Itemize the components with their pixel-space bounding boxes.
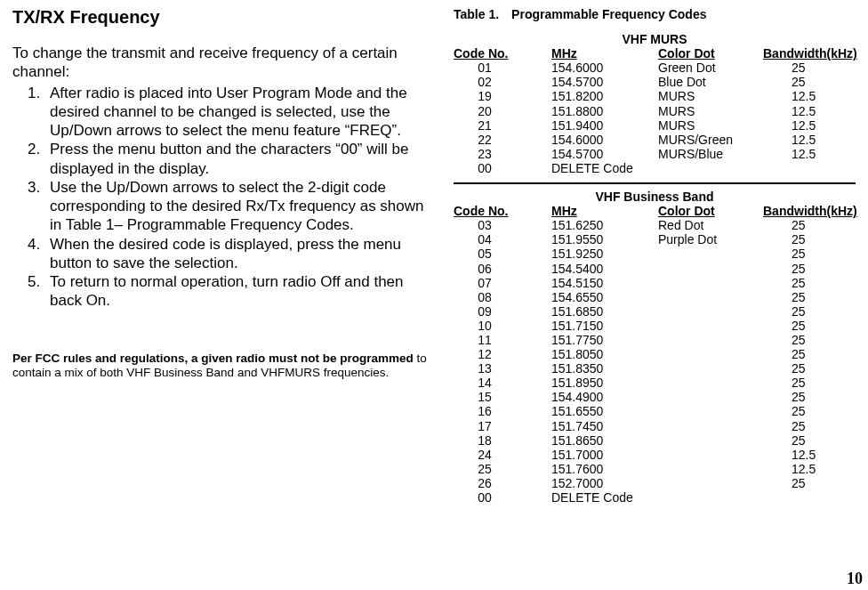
table-row: 15154.490025 bbox=[454, 390, 856, 404]
col-header-mhz: MHz bbox=[551, 46, 658, 61]
table-row: 24151.700012.5 bbox=[454, 448, 856, 462]
cell-dot bbox=[658, 390, 763, 404]
cell-dot: MURS/Blue bbox=[658, 147, 763, 161]
cell-mhz: DELETE Code bbox=[551, 490, 658, 505]
cell-mhz: 154.6550 bbox=[551, 290, 658, 304]
table-header-row: Code No. MHz Color Dot Bandwidth(kHz) bbox=[454, 204, 856, 218]
cell-code: 15 bbox=[454, 390, 551, 404]
cell-dot: Purple Dot bbox=[658, 232, 763, 247]
col-header-dot: Color Dot bbox=[658, 204, 763, 218]
left-column: TX/RX Frequency To change the transmit a… bbox=[12, 7, 448, 590]
cell-mhz: 151.7600 bbox=[551, 462, 658, 476]
cell-bw: 25 bbox=[763, 232, 856, 247]
table-row: 04151.9550Purple Dot25 bbox=[454, 232, 856, 247]
cell-mhz: 154.6000 bbox=[551, 61, 658, 75]
cell-dot: MURS bbox=[658, 118, 763, 133]
cell-dot bbox=[658, 404, 763, 418]
cell-dot bbox=[658, 319, 763, 333]
cell-code: 13 bbox=[454, 361, 551, 376]
cell-bw: 25 bbox=[763, 376, 856, 390]
cell-dot bbox=[658, 376, 763, 390]
cell-code: 17 bbox=[454, 419, 551, 433]
fcc-notice: Per FCC rules and regulations, a given r… bbox=[12, 352, 439, 382]
table-row: 18151.865025 bbox=[454, 433, 856, 448]
cell-bw: 12.5 bbox=[763, 448, 856, 462]
step-item: After radio is placed into User Program … bbox=[44, 84, 439, 141]
table-header-row: Code No. MHz Color Dot Bandwidth(kHz) bbox=[454, 46, 856, 61]
table-row: 00DELETE Code bbox=[454, 161, 856, 175]
cell-mhz: 154.4900 bbox=[551, 390, 658, 404]
cell-mhz: 154.5150 bbox=[551, 276, 658, 290]
table-row: 21151.9400MURS12.5 bbox=[454, 118, 856, 133]
cell-code: 14 bbox=[454, 376, 551, 390]
table-row: 09151.685025 bbox=[454, 304, 856, 319]
col-header-code: Code No. bbox=[454, 204, 551, 218]
cell-dot bbox=[658, 247, 763, 261]
cell-dot bbox=[658, 476, 763, 490]
cell-dot bbox=[658, 462, 763, 476]
cell-bw: 25 bbox=[763, 347, 856, 361]
cell-mhz: 154.5400 bbox=[551, 262, 658, 276]
table-row: 13151.835025 bbox=[454, 361, 856, 376]
cell-code: 06 bbox=[454, 262, 551, 276]
table-caption: Table 1. Programmable Frequency Codes bbox=[454, 7, 856, 21]
cell-code: 02 bbox=[454, 75, 551, 89]
col-header-mhz: MHz bbox=[551, 204, 658, 218]
cell-mhz: 154.5700 bbox=[551, 75, 658, 89]
col-header-bw: Bandwidth(kHz) bbox=[763, 46, 856, 61]
table-row: 17151.745025 bbox=[454, 419, 856, 433]
cell-bw: 12.5 bbox=[763, 147, 856, 161]
cell-dot: Blue Dot bbox=[658, 75, 763, 89]
cell-code: 07 bbox=[454, 276, 551, 290]
cell-code: 18 bbox=[454, 433, 551, 448]
cell-bw: 25 bbox=[763, 262, 856, 276]
cell-code: 05 bbox=[454, 247, 551, 261]
cell-mhz: 151.6550 bbox=[551, 404, 658, 418]
cell-dot bbox=[658, 361, 763, 376]
cell-mhz: 151.6850 bbox=[551, 304, 658, 319]
cell-dot: Red Dot bbox=[658, 218, 763, 232]
cell-code: 03 bbox=[454, 218, 551, 232]
cell-bw: 25 bbox=[763, 75, 856, 89]
cell-mhz: 151.6250 bbox=[551, 218, 658, 232]
cell-code: 16 bbox=[454, 404, 551, 418]
cell-bw: 25 bbox=[763, 333, 856, 347]
cell-code: 22 bbox=[454, 133, 551, 147]
col-header-dot: Color Dot bbox=[658, 46, 763, 61]
cell-code: 26 bbox=[454, 476, 551, 490]
cell-mhz: 151.8800 bbox=[551, 104, 658, 118]
cell-bw bbox=[763, 161, 856, 175]
cell-code: 23 bbox=[454, 147, 551, 161]
cell-dot: MURS bbox=[658, 89, 763, 103]
cell-bw: 25 bbox=[763, 404, 856, 418]
cell-dot bbox=[658, 333, 763, 347]
step-item: Press the menu button and the characters… bbox=[44, 140, 439, 178]
cell-dot bbox=[658, 490, 763, 505]
cell-bw: 12.5 bbox=[763, 89, 856, 103]
table-row: 20151.8800MURS12.5 bbox=[454, 104, 856, 118]
step-item: To return to normal operation, turn radi… bbox=[44, 272, 439, 311]
table-row: 26152.700025 bbox=[454, 476, 856, 490]
cell-bw: 25 bbox=[763, 433, 856, 448]
cell-dot bbox=[658, 161, 763, 175]
table-murs: Code No. MHz Color Dot Bandwidth(kHz) 01… bbox=[454, 46, 856, 175]
table-row: 23154.5700MURS/Blue12.5 bbox=[454, 147, 856, 161]
cell-dot bbox=[658, 262, 763, 276]
table-row: 01154.6000Green Dot25 bbox=[454, 61, 856, 75]
table-row: 03151.6250Red Dot25 bbox=[454, 218, 856, 232]
cell-code: 00 bbox=[454, 161, 551, 175]
step-item: Use the Up/Down arrows to select the 2-d… bbox=[44, 178, 439, 235]
cell-dot bbox=[658, 433, 763, 448]
cell-mhz: 154.5700 bbox=[551, 147, 658, 161]
cell-bw: 25 bbox=[763, 61, 856, 75]
cell-mhz: 151.9400 bbox=[551, 118, 658, 133]
cell-dot bbox=[658, 290, 763, 304]
step-item: When the desired code is displayed, pres… bbox=[44, 235, 439, 273]
cell-mhz: 154.6000 bbox=[551, 133, 658, 147]
cell-dot bbox=[658, 448, 763, 462]
cell-bw: 12.5 bbox=[763, 104, 856, 118]
cell-dot bbox=[658, 276, 763, 290]
cell-bw: 25 bbox=[763, 419, 856, 433]
cell-code: 00 bbox=[454, 490, 551, 505]
table-row: 10151.715025 bbox=[454, 319, 856, 333]
